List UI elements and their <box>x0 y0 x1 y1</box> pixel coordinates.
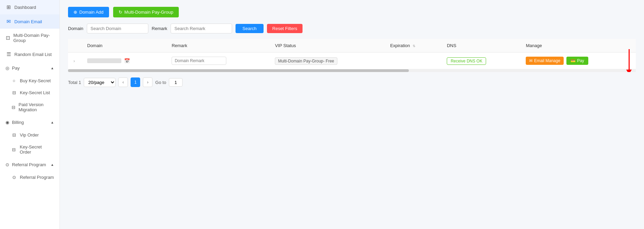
grid-icon: ⊡ <box>5 35 11 41</box>
sidebar-item-label: Domain Email <box>14 19 42 24</box>
pay-button[interactable]: 💳 Pay <box>566 57 588 65</box>
vip-status-badge: Multi-Domain Pay-Group- Free <box>275 57 337 65</box>
email-manage-button[interactable]: ✉ Email Manage <box>526 57 564 65</box>
plus-circle-icon: ⊕ <box>73 10 77 15</box>
email-icon: ✉ <box>5 18 12 25</box>
sort-icon: ⇅ <box>413 44 415 48</box>
referral-section-label: Referral Program <box>12 162 46 167</box>
remark-filter-label: Remark <box>152 26 167 31</box>
multi-domain-label: Multi-Domain Pay-Group <box>124 10 173 15</box>
page-1-button[interactable]: 1 <box>131 77 140 87</box>
col-expiration[interactable]: Expiration ⇅ <box>385 39 441 53</box>
sidebar-item-key-secret-list[interactable]: ⊟ Key-Secret List <box>0 87 59 99</box>
sidebar-referral-section[interactable]: ⊙ Referral Program ▲ <box>0 158 59 171</box>
refresh-icon: ↻ <box>119 10 122 15</box>
pay-section-label: Pay <box>12 66 19 71</box>
sidebar: ⊞ Dashboard ✉ Domain Email ⊡ Multi-Domai… <box>0 0 60 229</box>
next-page-button[interactable]: › <box>143 77 152 87</box>
row-dns-cell: Receive DNS OK <box>441 53 520 69</box>
pay-icon-btn: 💳 <box>571 58 576 63</box>
sidebar-item-buy-key-secret[interactable]: ○ Buy Key-Secret <box>0 75 59 87</box>
domain-add-button[interactable]: ⊕ Domain Add <box>68 7 109 17</box>
billing-icon: ◉ <box>5 120 9 125</box>
row-remark-cell <box>166 53 269 69</box>
domain-blurred-value <box>87 58 121 63</box>
prev-icon: ‹ <box>122 80 124 85</box>
sidebar-sub-label: Key-Secret List <box>20 90 50 95</box>
referral-icon: ⊙ <box>5 162 9 167</box>
key-icon: ○ <box>11 78 17 83</box>
row-expand-cell[interactable]: › <box>68 53 82 69</box>
sidebar-sub-label: Referral Program <box>20 175 54 180</box>
chevron-up-icon: ▲ <box>51 66 54 70</box>
sidebar-item-dashboard[interactable]: ⊞ Dashboard <box>0 0 59 14</box>
referral-sub-icon: ⊙ <box>11 175 17 180</box>
sidebar-pay-section[interactable]: ◎ Pay ▲ <box>0 61 59 75</box>
list-key-icon: ⊟ <box>11 90 17 95</box>
page-size-select[interactable]: 20/page 50/page 100/page <box>84 78 116 87</box>
migration-icon: ⊟ <box>11 105 16 110</box>
sidebar-item-domain-email[interactable]: ✉ Domain Email <box>0 14 59 29</box>
sidebar-item-multi-domain[interactable]: ⊡ Multi-Domain Pay-Group <box>0 29 59 47</box>
search-button[interactable]: Search <box>236 24 263 33</box>
list-icon: ☰ <box>5 51 12 57</box>
email-manage-label: Email Manage <box>534 58 560 63</box>
sidebar-item-vip-order[interactable]: ⊟ Vip Order <box>0 129 59 141</box>
horizontal-scrollbar[interactable] <box>68 69 636 72</box>
chevron-up-billing-icon: ▲ <box>51 120 54 124</box>
domain-remark-input[interactable] <box>172 57 226 65</box>
reset-label: Reset Filters <box>272 26 297 31</box>
sidebar-item-referral-program[interactable]: ⊙ Referral Program <box>0 171 59 183</box>
domain-filter-label: Domain <box>68 26 83 31</box>
pay-label: Pay <box>577 58 584 63</box>
row-vip-status-cell: Multi-Domain Pay-Group- Free <box>269 53 385 69</box>
domain-table: Domain Remark VIP Status Expiration ⇅ <box>68 39 636 69</box>
key-secret-order-icon: ⊟ <box>11 147 17 152</box>
col-manage: Manage <box>520 39 636 53</box>
sidebar-item-paid-version-migration[interactable]: ⊟ Paid Version Migration <box>0 99 59 116</box>
manage-buttons: ✉ Email Manage 💳 Pay <box>526 57 630 65</box>
dashboard-icon: ⊞ <box>5 4 12 10</box>
sidebar-item-label: Dashboard <box>14 5 36 10</box>
row-manage-cell: ✉ Email Manage 💳 Pay <box>520 53 636 69</box>
pay-icon: ◎ <box>5 66 9 71</box>
reset-filters-button[interactable]: Reset Filters <box>267 24 303 33</box>
col-vip-status: VIP Status <box>269 39 385 53</box>
col-remark: Remark <box>166 39 269 53</box>
sidebar-sub-label: Vip Order <box>20 132 39 138</box>
pagination: Total 1 20/page 50/page 100/page ‹ 1 › G… <box>68 72 636 92</box>
sidebar-sub-label: Paid Version Migration <box>18 102 54 112</box>
domain-add-label: Domain Add <box>79 10 104 15</box>
row-domain-cell: 📅 <box>82 53 166 69</box>
col-domain: Domain <box>82 39 166 53</box>
search-label: Search <box>242 26 256 31</box>
remark-search-input[interactable] <box>171 24 232 33</box>
sidebar-billing-section[interactable]: ◉ Billing ▲ <box>0 116 59 129</box>
goto-label: Go to <box>155 80 166 85</box>
main-content: ⊕ Domain Add ↻ Multi-Domain Pay-Group Do… <box>60 0 644 229</box>
chevron-up-referral-icon: ▲ <box>51 163 54 167</box>
calendar-icon[interactable]: 📅 <box>124 58 130 63</box>
page-1-label: 1 <box>134 80 137 85</box>
action-bar: ⊕ Domain Add ↻ Multi-Domain Pay-Group <box>68 7 636 17</box>
sidebar-item-key-secret-order[interactable]: ⊟ Key-Secret Order <box>0 141 59 158</box>
multi-domain-pay-group-button[interactable]: ↻ Multi-Domain Pay-Group <box>113 7 179 17</box>
sidebar-sub-label: Key-Secret Order <box>20 144 54 155</box>
next-icon: › <box>147 80 148 85</box>
col-dns: DNS <box>441 39 520 53</box>
scrollbar-thumb[interactable] <box>68 69 409 72</box>
table-scroll-wrapper[interactable]: Domain Remark VIP Status Expiration ⇅ <box>68 39 636 72</box>
col-expand <box>68 39 82 53</box>
filter-bar: Domain Remark Search Reset Filters <box>68 24 636 33</box>
sidebar-sub-label: Buy Key-Secret <box>20 78 51 83</box>
envelope-icon: ✉ <box>529 58 533 63</box>
vip-order-icon: ⊟ <box>11 132 17 138</box>
row-expiration-cell <box>385 53 441 69</box>
pagination-total: Total 1 <box>68 80 81 85</box>
billing-section-label: Billing <box>12 120 24 125</box>
sidebar-item-random-email[interactable]: ☰ Random Email List <box>0 47 59 61</box>
goto-input[interactable] <box>169 78 183 87</box>
sidebar-item-label: Multi-Domain Pay-Group <box>13 33 54 43</box>
domain-search-input[interactable] <box>87 24 148 33</box>
prev-page-button[interactable]: ‹ <box>118 77 128 87</box>
